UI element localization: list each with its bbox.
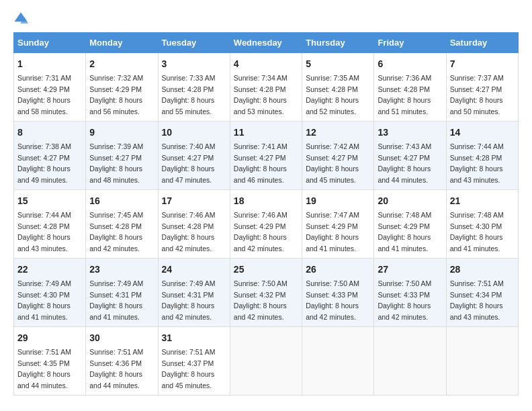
day-info: Sunrise: 7:51 AMSunset: 4:36 PMDaylight:… (89, 348, 143, 390)
day-info: Sunrise: 7:46 AMSunset: 4:29 PMDaylight:… (234, 211, 287, 253)
logo-icon (13, 11, 28, 26)
day-cell: 3 Sunrise: 7:33 AMSunset: 4:28 PMDayligh… (158, 53, 230, 122)
day-info: Sunrise: 7:44 AMSunset: 4:28 PMDaylight:… (17, 211, 71, 253)
day-number: 22 (17, 263, 82, 277)
day-info: Sunrise: 7:51 AMSunset: 4:34 PMDaylight:… (450, 279, 504, 321)
day-cell: 13 Sunrise: 7:43 AMSunset: 4:27 PMDaylig… (374, 122, 446, 190)
day-cell: 19 Sunrise: 7:47 AMSunset: 4:29 PMDaylig… (302, 190, 374, 259)
day-number: 4 (234, 57, 298, 71)
day-cell: 7 Sunrise: 7:37 AMSunset: 4:27 PMDayligh… (446, 53, 518, 122)
day-info: Sunrise: 7:37 AMSunset: 4:27 PMDaylight:… (450, 74, 504, 116)
day-number: 8 (17, 126, 82, 140)
day-number: 24 (162, 263, 226, 277)
day-info: Sunrise: 7:50 AMSunset: 4:33 PMDaylight:… (378, 279, 431, 321)
day-info: Sunrise: 7:39 AMSunset: 4:27 PMDaylight:… (89, 142, 143, 184)
day-cell: 15 Sunrise: 7:44 AMSunset: 4:28 PMDaylig… (14, 190, 86, 259)
day-cell: 18 Sunrise: 7:46 AMSunset: 4:29 PMDaylig… (230, 190, 302, 259)
col-header-sunday: Sunday (14, 33, 86, 53)
day-cell: 16 Sunrise: 7:45 AMSunset: 4:28 PMDaylig… (86, 190, 158, 259)
week-row-2: 8 Sunrise: 7:38 AMSunset: 4:27 PMDayligh… (14, 122, 519, 190)
week-row-4: 22 Sunrise: 7:49 AMSunset: 4:30 PMDaylig… (14, 259, 519, 327)
day-number: 13 (378, 126, 442, 140)
day-cell: 22 Sunrise: 7:49 AMSunset: 4:30 PMDaylig… (14, 259, 86, 327)
calendar-table: SundayMondayTuesdayWednesdayThursdayFrid… (13, 32, 519, 396)
day-cell: 4 Sunrise: 7:34 AMSunset: 4:28 PMDayligh… (230, 53, 302, 122)
day-cell: 29 Sunrise: 7:51 AMSunset: 4:35 PMDaylig… (14, 327, 86, 396)
day-info: Sunrise: 7:49 AMSunset: 4:31 PMDaylight:… (162, 279, 216, 321)
day-cell: 31 Sunrise: 7:51 AMSunset: 4:37 PMDaylig… (158, 327, 230, 396)
day-info: Sunrise: 7:34 AMSunset: 4:28 PMDaylight:… (234, 74, 287, 116)
day-info: Sunrise: 7:32 AMSunset: 4:29 PMDaylight:… (89, 74, 143, 116)
day-info: Sunrise: 7:31 AMSunset: 4:29 PMDaylight:… (17, 74, 71, 116)
day-number: 31 (162, 331, 226, 345)
day-info: Sunrise: 7:48 AMSunset: 4:29 PMDaylight:… (378, 211, 431, 253)
day-number: 1 (17, 57, 82, 71)
day-info: Sunrise: 7:33 AMSunset: 4:28 PMDaylight:… (162, 74, 216, 116)
day-info: Sunrise: 7:49 AMSunset: 4:30 PMDaylight:… (17, 279, 71, 321)
col-header-wednesday: Wednesday (230, 33, 302, 53)
day-number: 15 (17, 194, 82, 208)
day-info: Sunrise: 7:42 AMSunset: 4:27 PMDaylight:… (306, 142, 359, 184)
day-info: Sunrise: 7:51 AMSunset: 4:37 PMDaylight:… (162, 348, 216, 390)
day-cell: 11 Sunrise: 7:41 AMSunset: 4:27 PMDaylig… (230, 122, 302, 190)
day-number: 27 (378, 263, 442, 277)
day-cell: 9 Sunrise: 7:39 AMSunset: 4:27 PMDayligh… (86, 122, 158, 190)
day-number: 10 (162, 126, 226, 140)
day-info: Sunrise: 7:40 AMSunset: 4:27 PMDaylight:… (162, 142, 216, 184)
day-number: 6 (378, 57, 442, 71)
day-number: 2 (89, 57, 154, 71)
day-number: 21 (450, 194, 515, 208)
week-row-5: 29 Sunrise: 7:51 AMSunset: 4:35 PMDaylig… (14, 327, 519, 396)
day-number: 11 (234, 126, 298, 140)
day-cell: 1 Sunrise: 7:31 AMSunset: 4:29 PMDayligh… (14, 53, 86, 122)
day-info: Sunrise: 7:41 AMSunset: 4:27 PMDaylight:… (234, 142, 287, 184)
day-info: Sunrise: 7:48 AMSunset: 4:30 PMDaylight:… (450, 211, 504, 253)
day-info: Sunrise: 7:51 AMSunset: 4:35 PMDaylight:… (17, 348, 71, 390)
day-number: 5 (306, 57, 370, 71)
day-number: 25 (234, 263, 298, 277)
day-number: 26 (306, 263, 370, 277)
day-info: Sunrise: 7:44 AMSunset: 4:28 PMDaylight:… (450, 142, 504, 184)
day-cell: 25 Sunrise: 7:50 AMSunset: 4:32 PMDaylig… (230, 259, 302, 327)
day-info: Sunrise: 7:49 AMSunset: 4:31 PMDaylight:… (89, 279, 143, 321)
day-number: 19 (306, 194, 370, 208)
logo (13, 11, 31, 26)
day-info: Sunrise: 7:50 AMSunset: 4:32 PMDaylight:… (234, 279, 287, 321)
week-row-1: 1 Sunrise: 7:31 AMSunset: 4:29 PMDayligh… (14, 53, 519, 122)
day-info: Sunrise: 7:47 AMSunset: 4:29 PMDaylight:… (306, 211, 359, 253)
day-info: Sunrise: 7:38 AMSunset: 4:27 PMDaylight:… (17, 142, 71, 184)
header-row: SundayMondayTuesdayWednesdayThursdayFrid… (14, 33, 519, 53)
day-cell: 17 Sunrise: 7:46 AMSunset: 4:28 PMDaylig… (158, 190, 230, 259)
col-header-monday: Monday (86, 33, 158, 53)
day-cell: 23 Sunrise: 7:49 AMSunset: 4:31 PMDaylig… (86, 259, 158, 327)
col-header-saturday: Saturday (446, 33, 518, 53)
day-cell: 30 Sunrise: 7:51 AMSunset: 4:36 PMDaylig… (86, 327, 158, 396)
day-cell: 2 Sunrise: 7:32 AMSunset: 4:29 PMDayligh… (86, 53, 158, 122)
day-number: 14 (450, 126, 515, 140)
week-row-3: 15 Sunrise: 7:44 AMSunset: 4:28 PMDaylig… (14, 190, 519, 259)
day-info: Sunrise: 7:36 AMSunset: 4:28 PMDaylight:… (378, 74, 431, 116)
day-number: 7 (450, 57, 515, 71)
day-number: 30 (89, 331, 154, 345)
day-number: 23 (89, 263, 154, 277)
day-number: 18 (234, 194, 298, 208)
day-cell: 20 Sunrise: 7:48 AMSunset: 4:29 PMDaylig… (374, 190, 446, 259)
day-number: 20 (378, 194, 442, 208)
header (13, 11, 519, 26)
day-info: Sunrise: 7:45 AMSunset: 4:28 PMDaylight:… (89, 211, 143, 253)
day-cell: 21 Sunrise: 7:48 AMSunset: 4:30 PMDaylig… (446, 190, 518, 259)
day-cell: 24 Sunrise: 7:49 AMSunset: 4:31 PMDaylig… (158, 259, 230, 327)
day-info: Sunrise: 7:35 AMSunset: 4:28 PMDaylight:… (306, 74, 359, 116)
day-cell: 6 Sunrise: 7:36 AMSunset: 4:28 PMDayligh… (374, 53, 446, 122)
day-cell: 8 Sunrise: 7:38 AMSunset: 4:27 PMDayligh… (14, 122, 86, 190)
day-cell (302, 327, 374, 396)
day-info: Sunrise: 7:50 AMSunset: 4:33 PMDaylight:… (306, 279, 359, 321)
day-number: 9 (89, 126, 154, 140)
day-cell: 10 Sunrise: 7:40 AMSunset: 4:27 PMDaylig… (158, 122, 230, 190)
day-number: 17 (162, 194, 226, 208)
day-number: 3 (162, 57, 226, 71)
day-info: Sunrise: 7:43 AMSunset: 4:27 PMDaylight:… (378, 142, 431, 184)
day-cell (374, 327, 446, 396)
day-cell (230, 327, 302, 396)
day-cell: 12 Sunrise: 7:42 AMSunset: 4:27 PMDaylig… (302, 122, 374, 190)
